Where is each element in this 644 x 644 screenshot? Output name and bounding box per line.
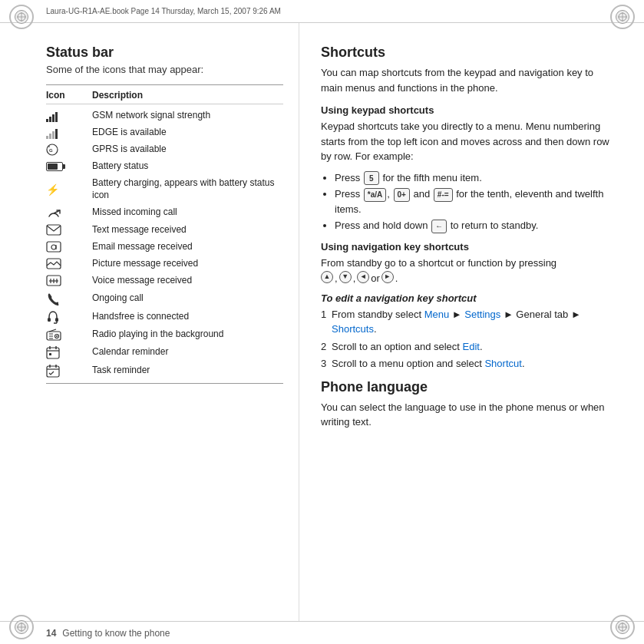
table-row: ⚡ Battery charging, appears with battery…	[46, 175, 283, 203]
edit-nav-heading: To edit a navigation key shortcut	[321, 292, 613, 304]
shortcuts-title: Shortcuts	[321, 45, 613, 61]
icon-table-header: Icon Description	[46, 88, 283, 104]
desc-cell: Picture message received	[92, 258, 283, 270]
table-row: Radio playing in the background	[46, 326, 283, 343]
picture-message-icon	[46, 258, 61, 270]
svg-text:G: G	[49, 148, 53, 153]
table-row: Battery status	[46, 158, 283, 175]
desc-cell: Voice message received	[92, 275, 283, 287]
lightning-icon: ⚡	[46, 183, 59, 196]
nav-body-text: From standby go to a shortcut or functio…	[321, 257, 556, 269]
keypad-shortcuts-heading: Using keypad shortcuts	[321, 104, 613, 116]
table-row: Text message received	[46, 222, 283, 239]
missed-call-icon	[46, 206, 61, 220]
table-row: Calendar reminder	[46, 343, 283, 362]
task-icon	[46, 364, 60, 378]
edit-steps-list: From standby select Menu ► Settings ► Ge…	[321, 307, 613, 372]
desc-cell: Radio playing in the background	[92, 329, 283, 341]
col-icon-header: Icon	[46, 90, 92, 101]
corner-tl-inner	[15, 10, 28, 24]
icon-cell-edge	[46, 127, 92, 139]
nav-up-arrow: ▲	[321, 271, 333, 283]
svg-rect-16	[47, 225, 61, 235]
icon-cell-email	[46, 241, 92, 253]
comma: ,	[335, 271, 338, 286]
icon-cell-missed-call	[46, 206, 92, 220]
list-item: Press 5 for the fifth menu item.	[335, 170, 613, 186]
key-star: *a/A	[364, 188, 386, 202]
edit-highlight: Edit	[463, 341, 480, 352]
table-row: GSM network signal strength	[46, 107, 283, 124]
list-item: Press and hold down ← to return to stand…	[335, 218, 613, 233]
main-content: Status bar Some of the icons that may ap…	[0, 23, 644, 621]
table-row: Email message received	[46, 239, 283, 256]
table-row: Ongoing call	[46, 289, 283, 308]
phone-language-title: Phone language	[321, 379, 613, 395]
icon-table: Icon Description GSM network signal stre…	[46, 84, 283, 384]
handsfree-icon	[46, 310, 60, 324]
desc-cell: GSM network signal strength	[92, 110, 283, 122]
desc-cell: Handsfree is connected	[92, 311, 283, 323]
icon-cell-text-msg	[46, 224, 92, 236]
right-column: Shortcuts You can map shortcuts from the…	[299, 23, 644, 621]
shortcuts-intro: You can map shortcuts from the keypad an…	[321, 65, 613, 95]
desc-cell: EDGE is available	[92, 127, 283, 139]
key-hash: #-=	[434, 188, 453, 202]
edge-signal-icon	[46, 127, 58, 139]
table-row: Missed incoming call	[46, 203, 283, 222]
icon-cell-battery-charge: ⚡	[46, 183, 92, 196]
table-row: G GPRS is available	[46, 141, 283, 158]
battery-icon	[46, 162, 63, 171]
phone-language-body: You can select the language to use in th…	[321, 400, 613, 430]
status-bar-subtitle: Some of the icons that may appear:	[46, 64, 283, 75]
corner-tr-inner	[616, 10, 629, 24]
calendar-icon	[46, 345, 60, 359]
keypad-bullets: Press 5 for the fifth menu item. Press *…	[321, 170, 613, 233]
desc-cell: Email message received	[92, 241, 283, 253]
col-desc-header: Description	[92, 90, 283, 101]
settings-highlight: Settings	[464, 309, 500, 320]
left-column: Status bar Some of the icons that may ap…	[0, 23, 299, 621]
gprs-icon: G	[46, 144, 58, 156]
icon-cell-calendar	[46, 345, 92, 359]
voice-message-icon	[46, 275, 61, 287]
icon-cell-ongoing-call	[46, 292, 92, 305]
icon-cell-battery	[46, 162, 92, 171]
list-item: Press *a/A, 0+ and #-= for the tenth, el…	[335, 187, 613, 216]
keypad-body: Keypad shortcuts take you directly to a …	[321, 119, 613, 164]
desc-cell: Text message received	[92, 224, 283, 236]
bottom-bar: 14 Getting to know the phone	[0, 621, 644, 644]
icon-cell-radio	[46, 329, 92, 341]
desc-cell: GPRS is available	[92, 144, 283, 156]
nav-left-arrow: ◄	[357, 271, 369, 283]
nav-shortcuts-heading: Using navigation key shortcuts	[321, 241, 613, 253]
key-0: 0+	[394, 188, 410, 202]
topbar-label: Laura-UG-R1A-AE.book Page 14 Thursday, M…	[46, 7, 281, 15]
svg-rect-41	[49, 353, 51, 355]
nav-down-arrow: ▼	[339, 271, 352, 283]
icon-cell-signal	[46, 110, 92, 122]
desc-cell: Missed incoming call	[92, 206, 283, 219]
svg-point-33	[56, 335, 58, 337]
table-row: Task reminder	[46, 362, 283, 380]
page-label: Getting to know the phone	[62, 628, 170, 639]
nav-right-arrow: ►	[381, 271, 394, 283]
nav-body: From standby go to a shortcut or functio…	[321, 256, 613, 286]
status-bar-title: Status bar	[46, 45, 283, 61]
svg-rect-37	[47, 348, 59, 358]
svg-rect-42	[47, 366, 59, 377]
svg-rect-17	[47, 242, 61, 252]
icon-cell-task	[46, 364, 92, 378]
icon-cell-picture-msg	[46, 258, 92, 270]
shortcut-highlight: Shortcut	[484, 358, 521, 369]
signal-icon	[46, 110, 58, 122]
radio-icon	[46, 329, 61, 341]
svg-rect-26	[48, 318, 51, 322]
icon-cell-handsfree	[46, 310, 92, 324]
desc-cell: Battery charging, appears with battery s…	[92, 177, 283, 201]
ongoing-call-icon	[46, 292, 60, 305]
svg-point-18	[51, 245, 56, 249]
table-row: Voice message received	[46, 272, 283, 289]
desc-cell: Task reminder	[92, 365, 283, 377]
email-message-icon	[46, 241, 61, 253]
